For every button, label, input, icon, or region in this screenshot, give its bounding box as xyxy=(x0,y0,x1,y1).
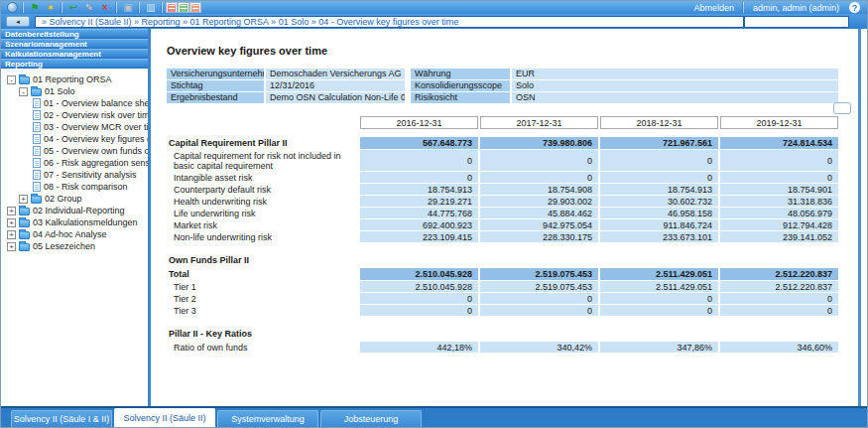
toolbar-separator xyxy=(62,2,62,13)
table-cell: 2.511.429.051 xyxy=(600,268,718,280)
table-cell: 0 xyxy=(360,305,478,316)
quick-search-input[interactable] xyxy=(744,16,849,28)
tree-item[interactable]: 06 - Risk aggregation sensitivity xyxy=(7,157,148,169)
expand-node-icon[interactable]: + xyxy=(7,230,16,239)
tree-item[interactable]: + 02 Individual-Reporting xyxy=(7,205,148,216)
tree-item[interactable]: 07 - Sensitivity analysis xyxy=(7,169,148,181)
column-header: 2016-12-31 xyxy=(360,116,478,129)
app-logo-icon[interactable] xyxy=(4,2,20,14)
report-file-icon xyxy=(33,170,41,180)
table-cell: 692.400.923 xyxy=(360,219,478,230)
table-cell: 0 xyxy=(480,293,598,304)
tree-item[interactable]: + 04 Ad-hoc Analyse xyxy=(7,228,148,240)
info-label: Währung xyxy=(411,69,510,79)
table-cell: 0 xyxy=(360,172,478,183)
report-file-icon xyxy=(33,134,41,144)
tree-item-selected[interactable]: 04 - Overview key figures ove xyxy=(7,133,148,145)
app-window: ⚑ ✶ ↩ ✎ × ▣ ▥ ▤ ▤ ▤ Abmelden admin, admi… xyxy=(0,0,868,428)
table-cell: 2.510.045.928 xyxy=(360,268,478,280)
expand-node-icon[interactable]: + xyxy=(7,207,16,215)
report-file-icon xyxy=(33,158,41,168)
row-label: Non-life underwriting risk xyxy=(167,231,358,242)
collapse-sidebar-button[interactable]: ◄ xyxy=(6,16,30,27)
info-label: Versicherungsunternehmen xyxy=(167,69,264,79)
tree-item[interactable]: 05 - Overview own funds over xyxy=(7,145,148,157)
row-label: Capital Requirement Pillar II xyxy=(167,137,358,149)
tree-item-label: 01 - Overview balance sheet o xyxy=(44,98,148,108)
delete-icon[interactable]: × xyxy=(97,2,113,14)
wizard-icon[interactable]: ✶ xyxy=(43,2,59,14)
run-icon[interactable]: ⚑ xyxy=(27,2,43,14)
tab-solvency-saeule-1-2[interactable]: Solvency II (Säule I & II) xyxy=(11,410,112,427)
excel-export-icon[interactable]: ▤ xyxy=(178,2,189,13)
tree-item[interactable]: - 01 Solo xyxy=(7,85,148,97)
table-row: Non-life underwriting risk 223.109.415 2… xyxy=(167,231,838,242)
tree-item[interactable]: + 05 Lesezeichen xyxy=(7,240,148,252)
help-icon[interactable]: ? xyxy=(849,2,860,13)
tab-solvency-saeule-2[interactable]: Solvency II (Säule II) xyxy=(114,408,215,427)
toolbar-separator xyxy=(116,2,117,13)
row-label: Tier 2 xyxy=(167,293,358,304)
edit-icon[interactable]: ✎ xyxy=(81,2,97,14)
table-cell: 30.602.732 xyxy=(600,196,718,207)
table-cell: 48.056.979 xyxy=(720,208,838,218)
table-row: Tier 2 0 0 0 0 xyxy=(167,293,838,304)
tab-jobsteuerung[interactable]: Jobsteuerung xyxy=(320,410,422,427)
import-icon[interactable]: ↩ xyxy=(65,2,81,14)
tree-item[interactable]: - 01 Reporting ORSA xyxy=(7,73,148,85)
toolbar-separator xyxy=(743,2,744,13)
table-cell: 0 xyxy=(720,150,838,171)
tree-item[interactable]: 01 - Overview balance sheet o xyxy=(7,97,148,109)
folder-icon xyxy=(19,219,30,227)
table-cell: 0 xyxy=(360,150,478,171)
accordion-szenariomanagement[interactable]: Szenariomanagement xyxy=(1,39,148,49)
tree-item[interactable]: 03 - Overview MCR over time xyxy=(7,121,148,133)
breadcrumb-bar: ◄ » Solvency II (Säule II) » Reporting »… xyxy=(1,14,867,29)
tree-item[interactable]: + 03 Kalkulationsmeldungen xyxy=(7,216,148,228)
table-header-row: 2016-12-31 2017-12-31 2018-12-31 2019-12… xyxy=(167,116,838,129)
breadcrumb[interactable]: » Solvency II (Säule II) » Reporting » 0… xyxy=(35,16,744,28)
collapse-node-icon[interactable]: - xyxy=(19,87,28,96)
table-row: Health underwriting risk 29.219.271 29.9… xyxy=(167,196,838,207)
logout-button[interactable]: Abmelden xyxy=(687,3,740,13)
table-cell: 18.754.913 xyxy=(360,184,478,195)
folder-icon xyxy=(19,243,30,251)
table-cell: 942.975.054 xyxy=(480,219,598,230)
table-cell: 0 xyxy=(480,172,598,183)
csv-export-icon[interactable]: ▤ xyxy=(166,2,178,13)
expand-node-icon[interactable]: + xyxy=(19,195,28,204)
tree-item[interactable]: 02 - Overview risk over time xyxy=(7,109,148,121)
tree-item-label: 02 Group xyxy=(45,194,82,204)
report-file-icon xyxy=(33,122,41,132)
expand-node-icon[interactable]: + xyxy=(7,218,16,227)
tree-item[interactable]: + 02 Group xyxy=(7,193,148,205)
expand-node-icon[interactable]: + xyxy=(7,242,16,251)
table-row: Capital Requirement Pillar II 567.648.77… xyxy=(167,137,838,149)
info-value: EUR xyxy=(512,69,838,79)
table-cell: 29.219.271 xyxy=(360,196,478,207)
table-cell: 346,60% xyxy=(720,342,838,353)
tab-systemverwaltung[interactable]: Systemverwaltung xyxy=(217,410,318,427)
accordion-datenbereitstellung[interactable]: Datenbereitstellung xyxy=(1,29,148,39)
row-label: Health underwriting risk xyxy=(167,196,358,207)
accordion-reporting[interactable]: Reporting xyxy=(1,59,148,69)
table-cell: 2.519.075.453 xyxy=(480,281,598,292)
report-info: Versicherungsunternehmen Demoschaden Ver… xyxy=(167,69,838,103)
pdf-export-icon[interactable]: ▤ xyxy=(189,2,201,13)
collapse-node-icon[interactable]: - xyxy=(7,75,16,84)
table-cell: 2.510.045.928 xyxy=(360,281,478,292)
export-icon[interactable]: ▥ xyxy=(143,2,159,14)
table-cell: 0 xyxy=(600,305,718,316)
sidebar: Datenbereitstellung Szenariomanagement K… xyxy=(1,29,151,406)
tree-item-label: 06 - Risk aggregation sensitivity xyxy=(44,158,148,168)
tree-item[interactable]: 08 - Risk comparison xyxy=(7,181,148,193)
table-cell: 0 xyxy=(720,293,838,304)
scrollbar-thumb[interactable] xyxy=(833,102,851,114)
folder-icon xyxy=(31,196,42,204)
tree-item-label: 01 Solo xyxy=(45,86,75,96)
table-cell: 567.648.773 xyxy=(360,137,478,149)
save-icon[interactable]: ▣ xyxy=(120,2,136,14)
table-cell: 911.846.724 xyxy=(600,219,718,230)
accordion-kalkulationsmanagement[interactable]: Kalkulationsmanagement xyxy=(1,49,148,59)
report-file-icon xyxy=(33,146,41,156)
